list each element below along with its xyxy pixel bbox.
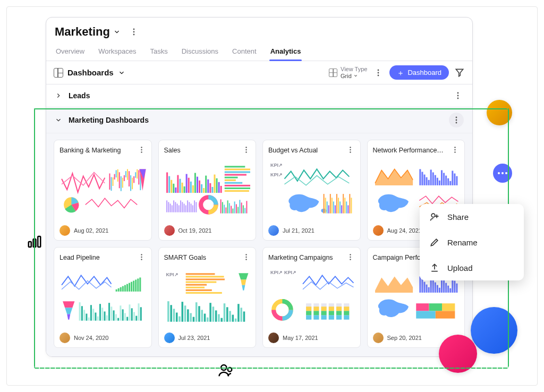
tab-overview[interactable]: Overview: [55, 44, 86, 61]
workspace-title[interactable]: Marketing: [55, 25, 110, 39]
section-marketing-more[interactable]: [449, 113, 464, 127]
svg-rect-76: [224, 177, 237, 178]
dashboard-card[interactable]: SMART Goals KPI↗ Jul 23, 2021: [158, 247, 257, 348]
svg-rect-169: [129, 283, 130, 292]
svg-rect-257: [313, 306, 319, 311]
svg-rect-32: [129, 171, 130, 186]
card-more-button[interactable]: [138, 146, 146, 155]
people-icon: [215, 359, 237, 381]
tab-discussions[interactable]: Discussions: [181, 44, 219, 61]
dashboard-card[interactable]: Lead Pipeline Nov 24, 2020: [54, 247, 152, 348]
svg-rect-227: [187, 309, 189, 321]
svg-rect-50: [175, 188, 176, 193]
card-preview: [164, 158, 251, 221]
svg-rect-194: [115, 314, 117, 321]
svg-point-117: [350, 147, 351, 148]
svg-rect-65: [207, 180, 209, 193]
card-more-button[interactable]: [450, 146, 459, 155]
svg-point-139: [454, 149, 455, 150]
dashboard-card[interactable]: Marketing Campaigns: [262, 247, 361, 348]
svg-rect-20: [109, 174, 110, 190]
svg-point-6: [133, 31, 135, 33]
svg-rect-242: [229, 311, 231, 321]
svg-rect-49: [173, 184, 174, 193]
svg-rect-203: [135, 316, 137, 321]
svg-rect-171: [133, 281, 134, 292]
title-row: Marketing: [46, 18, 472, 42]
svg-point-13: [457, 98, 459, 99]
svg-rect-84: [168, 202, 169, 212]
svg-rect-59: [194, 173, 196, 193]
svg-point-162: [141, 259, 142, 260]
svg-rect-222: [173, 309, 175, 321]
svg-rect-301: [416, 311, 436, 318]
svg-rect-186: [97, 317, 99, 321]
svg-rect-221: [170, 305, 172, 321]
menu-rename[interactable]: Rename: [420, 229, 524, 255]
filter-icon[interactable]: [454, 67, 465, 78]
menu-upload-label: Upload: [447, 263, 473, 272]
svg-rect-112: [239, 200, 240, 213]
svg-rect-215: [185, 289, 211, 291]
tab-workspaces[interactable]: Workspaces: [97, 44, 137, 61]
svg-rect-239: [220, 318, 223, 322]
svg-rect-185: [95, 312, 96, 320]
toolbar-more-button[interactable]: [372, 67, 384, 79]
menu-share[interactable]: Share: [420, 204, 524, 229]
svg-rect-80: [224, 188, 250, 189]
more-floating-button[interactable]: [493, 164, 512, 183]
svg-rect-216: [185, 292, 222, 294]
card-title: Budget vs Actual: [268, 147, 346, 154]
svg-rect-46: [166, 173, 168, 193]
svg-rect-270: [336, 311, 342, 315]
svg-rect-148: [432, 173, 434, 185]
svg-rect-87: [173, 200, 174, 212]
svg-rect-233: [203, 313, 206, 321]
svg-rect-211: [185, 278, 224, 280]
svg-rect-136: [349, 194, 350, 214]
svg-rect-183: [90, 305, 92, 320]
svg-point-10: [378, 74, 379, 76]
tab-content[interactable]: Content: [231, 44, 258, 61]
chevron-down-icon[interactable]: [113, 28, 121, 36]
card-more-button[interactable]: [346, 253, 355, 262]
card-more-button[interactable]: [346, 146, 355, 155]
svg-rect-189: [104, 311, 105, 320]
tab-analytics[interactable]: Analytics: [269, 44, 302, 61]
share-icon: [429, 211, 440, 222]
svg-rect-266: [329, 311, 334, 315]
section-leads-more[interactable]: [452, 90, 464, 101]
section-leads[interactable]: Leads: [46, 84, 472, 107]
svg-rect-246: [240, 308, 242, 321]
section-marketing-dashboards[interactable]: Marketing Dashboards: [46, 107, 472, 133]
svg-rect-75: [224, 174, 246, 176]
svg-rect-179: [81, 306, 83, 320]
plus-icon: ＋: [397, 69, 404, 76]
svg-rect-128: [336, 194, 337, 214]
svg-marker-175: [63, 301, 74, 308]
card-more-button[interactable]: [138, 253, 146, 262]
dashboard-card[interactable]: Sales Oct 19, 2021: [158, 140, 257, 241]
card-more-button[interactable]: [242, 146, 250, 155]
svg-rect-100: [196, 202, 197, 212]
svg-rect-163: [116, 289, 117, 292]
svg-rect-107: [231, 206, 232, 213]
dashboards-selector[interactable]: Dashboards: [54, 68, 125, 78]
add-dashboard-button[interactable]: ＋ Dashboard: [389, 65, 449, 80]
title-more-button[interactable]: [128, 26, 140, 38]
card-more-button[interactable]: [242, 253, 250, 262]
dashboard-card[interactable]: Budget vs Actual KPI↗ KPI↗ Jul 21, 2021: [262, 140, 361, 241]
tab-tasks[interactable]: Tasks: [149, 44, 168, 61]
viewtype-selector[interactable]: View Type Grid: [329, 66, 367, 79]
dashboard-card[interactable]: Banking & Marketing Aug 02, 2021: [54, 140, 152, 241]
svg-rect-125: [332, 198, 333, 213]
svg-marker-177: [67, 314, 70, 320]
svg-point-5: [133, 29, 135, 30]
menu-upload[interactable]: Upload: [420, 255, 524, 280]
menu-rename-label: Rename: [447, 238, 478, 247]
svg-rect-159: [456, 176, 457, 185]
svg-rect-109: [234, 201, 235, 213]
svg-rect-146: [428, 180, 429, 185]
svg-rect-78: [224, 182, 242, 184]
add-dashboard-link[interactable]: ＋ Dashboard: [46, 352, 472, 357]
